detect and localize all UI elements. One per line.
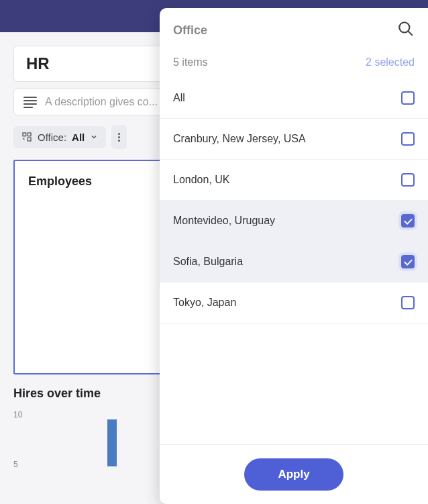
- checkbox[interactable]: [401, 255, 415, 268]
- y-tick: 10: [13, 410, 22, 419]
- option-label: All: [173, 92, 185, 104]
- option-row[interactable]: Cranbury, New Jersey, USA: [160, 119, 428, 160]
- selected-count: 2 selected: [366, 56, 415, 68]
- option-row[interactable]: London, UK: [160, 160, 428, 201]
- description-placeholder: A description gives co...: [45, 96, 158, 108]
- chart-bar: [107, 419, 117, 466]
- svg-line-4: [408, 31, 413, 36]
- apply-button[interactable]: Apply: [244, 458, 343, 491]
- more-button[interactable]: [111, 125, 127, 149]
- popover-subheader: 5 items 2 selected: [160, 46, 428, 78]
- paragraph-icon: [23, 97, 37, 108]
- popover-footer: Apply: [160, 444, 428, 504]
- items-count: 5 items: [173, 56, 208, 68]
- option-label: Sofia, Bulgaria: [173, 256, 243, 268]
- chevron-down-icon: [90, 133, 98, 141]
- svg-point-3: [399, 22, 409, 32]
- option-list: AllCranbury, New Jersey, USALondon, UKMo…: [160, 78, 428, 444]
- search-icon: [397, 20, 415, 38]
- option-label: Montevideo, Uruguay: [173, 215, 275, 227]
- filter-value: All: [72, 132, 85, 143]
- filter-icon: [21, 132, 32, 142]
- checkbox[interactable]: [401, 173, 415, 187]
- option-row[interactable]: All: [160, 78, 428, 119]
- filter-label: Office:: [38, 132, 66, 143]
- y-tick: 5: [13, 460, 18, 469]
- checkbox[interactable]: [401, 296, 415, 309]
- option-row[interactable]: Tokyo, Japan: [160, 283, 428, 323]
- popover-title: Office: [173, 23, 207, 38]
- office-filter-popover: Office 5 items 2 selected AllCranbury, N…: [160, 8, 428, 504]
- option-label: Tokyo, Japan: [173, 297, 236, 309]
- option-row[interactable]: Montevideo, Uruguay: [160, 201, 428, 242]
- svg-rect-0: [23, 133, 26, 136]
- svg-rect-2: [28, 138, 31, 141]
- option-label: London, UK: [173, 174, 230, 186]
- checkbox[interactable]: [401, 132, 415, 146]
- option-label: Cranbury, New Jersey, USA: [173, 133, 306, 145]
- search-button[interactable]: [397, 20, 415, 40]
- office-filter-chip[interactable]: Office: All: [13, 126, 106, 148]
- checkbox[interactable]: [401, 91, 415, 105]
- svg-rect-1: [28, 133, 31, 136]
- checkbox[interactable]: [401, 214, 415, 228]
- popover-header: Office: [160, 8, 428, 46]
- option-row[interactable]: Sofia, Bulgaria: [160, 242, 428, 283]
